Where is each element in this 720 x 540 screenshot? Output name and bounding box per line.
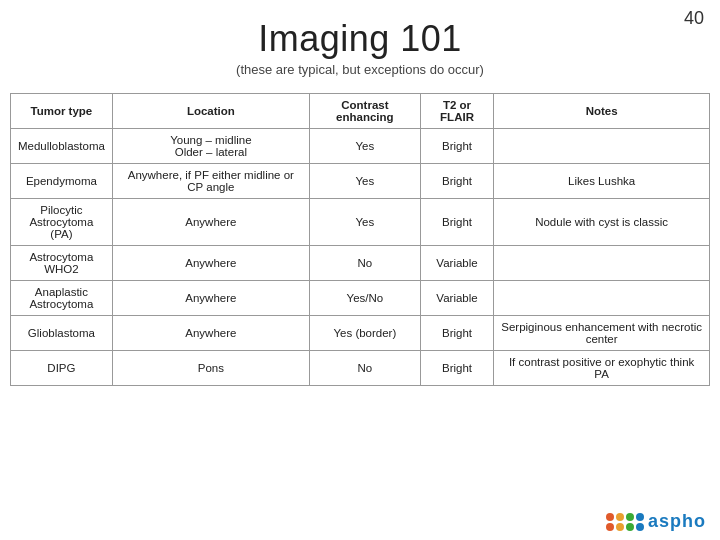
col-header-notes: Notes [494,94,710,129]
cell-t2-flair: Bright [420,199,493,246]
cell-t2-flair: Bright [420,164,493,199]
cell-tumor-type: Glioblastoma [11,316,113,351]
page-number: 40 [684,8,704,29]
data-table-container: Tumor type Location Contrast enhancing T… [10,93,710,386]
cell-t2-flair: Bright [420,351,493,386]
cell-contrast: Yes/No [309,281,420,316]
table-header-row: Tumor type Location Contrast enhancing T… [11,94,710,129]
aspho-dot-icon [626,513,634,521]
page-subtitle: (these are typical, but exceptions do oc… [0,62,720,77]
page-header: Imaging 101 (these are typical, but exce… [0,0,720,83]
cell-location: Young – midline Older – lateral [112,129,309,164]
cell-notes: If contrast positive or exophytic think … [494,351,710,386]
cell-tumor-type: Pilocytic Astrocytoma (PA) [11,199,113,246]
cell-location: Anywhere [112,281,309,316]
cell-contrast: Yes [309,164,420,199]
cell-contrast: Yes [309,129,420,164]
table-row: DIPGPonsNoBrightIf contrast positive or … [11,351,710,386]
aspho-logo: aspho [606,511,706,532]
aspho-dot-icon [616,513,624,521]
cell-notes [494,129,710,164]
imaging-table: Tumor type Location Contrast enhancing T… [10,93,710,386]
aspho-dot-icon [606,523,614,531]
table-row: Anaplastic AstrocytomaAnywhereYes/NoVari… [11,281,710,316]
col-header-contrast: Contrast enhancing [309,94,420,129]
col-header-tumor-type: Tumor type [11,94,113,129]
cell-tumor-type: Medulloblastoma [11,129,113,164]
cell-notes: Serpiginous enhancement with necrotic ce… [494,316,710,351]
cell-tumor-type: Ependymoma [11,164,113,199]
aspho-dot-icon [636,513,644,521]
table-row: GlioblastomaAnywhereYes (border)BrightSe… [11,316,710,351]
table-row: Pilocytic Astrocytoma (PA)AnywhereYesBri… [11,199,710,246]
cell-notes [494,246,710,281]
cell-contrast: No [309,351,420,386]
aspho-dot-icon [636,523,644,531]
aspho-dots-icon [606,513,644,531]
cell-notes [494,281,710,316]
cell-contrast: Yes (border) [309,316,420,351]
cell-contrast: Yes [309,199,420,246]
cell-t2-flair: Variable [420,246,493,281]
cell-location: Pons [112,351,309,386]
cell-contrast: No [309,246,420,281]
cell-t2-flair: Bright [420,129,493,164]
cell-tumor-type: Anaplastic Astrocytoma [11,281,113,316]
aspho-dot-icon [606,513,614,521]
cell-tumor-type: Astrocytoma WHO2 [11,246,113,281]
aspho-dot-icon [626,523,634,531]
col-header-location: Location [112,94,309,129]
aspho-logo-text: aspho [648,511,706,532]
aspho-dot-icon [616,523,624,531]
table-row: MedulloblastomaYoung – midline Older – l… [11,129,710,164]
cell-location: Anywhere [112,246,309,281]
col-header-t2-flair: T2 or FLAIR [420,94,493,129]
cell-notes: Likes Lushka [494,164,710,199]
cell-t2-flair: Bright [420,316,493,351]
cell-notes: Nodule with cyst is classic [494,199,710,246]
table-row: Astrocytoma WHO2AnywhereNoVariable [11,246,710,281]
page-title: Imaging 101 [0,18,720,60]
cell-tumor-type: DIPG [11,351,113,386]
cell-location: Anywhere [112,316,309,351]
cell-location: Anywhere [112,199,309,246]
cell-location: Anywhere, if PF either midline or CP ang… [112,164,309,199]
cell-t2-flair: Variable [420,281,493,316]
table-row: EpendymomaAnywhere, if PF either midline… [11,164,710,199]
